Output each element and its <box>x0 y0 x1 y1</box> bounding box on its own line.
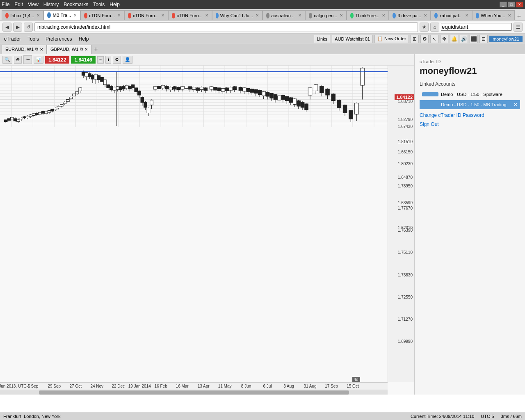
browser-tab-7[interactable]: calgo pen... ✕ <box>305 10 347 20</box>
menu-history[interactable]: History <box>43 2 59 7</box>
app-menu-tools[interactable]: Tools <box>26 35 41 43</box>
chart-tab-gbpaud-close[interactable]: ✕ <box>84 47 88 52</box>
tab-close-2[interactable]: ✕ <box>117 13 121 18</box>
links-button[interactable]: Links <box>314 35 330 43</box>
chart-tab-euraud[interactable]: EURAUD, W1 ⧉ ✕ <box>2 45 47 54</box>
tab-close-8[interactable]: ✕ <box>382 13 385 18</box>
browser-tab-10[interactable]: xabcd pat... ✕ <box>431 10 472 20</box>
scrollbar-thumb[interactable] <box>39 390 349 395</box>
chart-wave-button[interactable]: 〜 <box>23 55 32 64</box>
chart-info-button[interactable]: ℹ <box>105 56 111 64</box>
tab-close-4[interactable]: ✕ <box>205 13 208 18</box>
svg-rect-51 <box>23 117 26 118</box>
tab-close-0[interactable]: ✕ <box>37 13 40 18</box>
browser-tab-9[interactable]: 3 drive pa... ✕ <box>389 10 431 20</box>
svg-rect-207 <box>258 90 262 95</box>
tab-close-10[interactable]: ✕ <box>465 13 468 18</box>
move-icon[interactable]: ✥ <box>440 35 448 43</box>
tab-close-3[interactable]: ✕ <box>161 13 164 18</box>
cursor-icon[interactable]: ↖ <box>430 35 438 43</box>
chart-tab-gbpaud[interactable]: GBPAUD, W1 ⧉ ✕ <box>47 45 91 54</box>
menu-help[interactable]: Help <box>110 2 120 7</box>
address-bar[interactable] <box>34 22 418 32</box>
time-label-0: 16 Jun 2013, UTC-5 <box>0 384 30 388</box>
bookmark-button[interactable]: ★ <box>420 23 429 32</box>
watchlist-button[interactable]: AUD Watchlist 01 <box>332 35 373 43</box>
svg-rect-95 <box>91 75 94 80</box>
layout-button[interactable]: ⊞ <box>411 35 419 43</box>
back-button[interactable]: ◀ <box>2 23 11 32</box>
menu-file[interactable]: File <box>2 2 9 7</box>
refresh-button[interactable]: ↺ <box>24 23 33 32</box>
alert-icon[interactable]: 🔔 <box>450 35 458 43</box>
chart-tab-euraud-float[interactable]: ⧉ <box>35 47 38 52</box>
svg-rect-221 <box>285 96 289 101</box>
chart-candle-button[interactable]: 📊 <box>34 56 43 64</box>
time-label-5: 22 Dec <box>112 384 125 388</box>
forward-button[interactable]: ▶ <box>13 23 22 32</box>
browser-tab-3[interactable]: cTDN Foru... ✕ <box>124 10 168 20</box>
change-password-link[interactable]: Change cTrader ID Password <box>420 112 520 118</box>
new-order-button[interactable]: 📋 New Order <box>374 35 409 43</box>
tab-close-7[interactable]: ✕ <box>340 13 343 18</box>
menu-bookmarks[interactable]: Bookmarks <box>64 2 88 7</box>
svg-rect-65 <box>45 112 48 114</box>
menu-edit[interactable]: Edit <box>14 2 23 7</box>
tab-close-6[interactable]: ✕ <box>298 13 301 18</box>
chart-tab-gbpaud-float[interactable]: ⧉ <box>80 47 83 52</box>
candlestick-chart[interactable] <box>0 66 388 127</box>
app-menu-ctrader[interactable]: cTrader <box>2 35 23 43</box>
user-badge-button[interactable]: moneyflow21 <box>489 36 523 42</box>
minimize-button[interactable]: _ <box>500 2 507 7</box>
chart-zoom-button[interactable]: 🔍 <box>2 56 12 64</box>
browser-tab-11[interactable]: When You... ✕ <box>472 10 515 20</box>
chart-person-button[interactable]: 👤 <box>123 56 132 64</box>
tab-close-11[interactable]: ✕ <box>508 13 511 18</box>
tab-label-0: Inbox (1,4... <box>10 13 34 18</box>
tab-label-4: cTDN Foru... <box>177 13 203 18</box>
browser-tab-5[interactable]: Why Can't I Ju... ✕ <box>212 10 262 20</box>
menu-icon-button[interactable]: ☰ <box>514 23 523 32</box>
app-menu-preferences[interactable]: Preferences <box>44 35 74 43</box>
svg-rect-99 <box>97 75 100 80</box>
menu-tools[interactable]: Tools <box>93 2 105 7</box>
tab-close-1[interactable]: ✕ <box>73 13 77 18</box>
chart-list-button[interactable]: ≡ <box>97 56 104 64</box>
settings-icon[interactable]: ⚙ <box>420 35 429 43</box>
tab-close-9[interactable]: ✕ <box>424 13 427 18</box>
close-button[interactable]: ✕ <box>516 2 523 7</box>
menu-view[interactable]: View <box>28 2 39 7</box>
account-label-spotware: Demo - USD - 1:50 - Spotware <box>441 92 502 97</box>
horizontal-scrollbar[interactable] <box>0 390 388 395</box>
account-close-icon[interactable]: ✕ <box>514 102 518 107</box>
browser-tab-1[interactable]: MB Tra... ✕ <box>43 10 80 20</box>
browser-tab-8[interactable]: ThinkFore... ✕ <box>347 10 389 20</box>
chart-settings-button[interactable]: ⚙ <box>113 56 121 64</box>
chart-tab-euraud-close[interactable]: ✕ <box>40 47 43 52</box>
speaker-icon[interactable]: 🔊 <box>460 35 468 43</box>
search-bar[interactable] <box>441 23 512 31</box>
chart-crosshair-button[interactable]: ⊕ <box>14 56 22 64</box>
account-spotware[interactable]: Demo - USD - 1:50 - Spotware <box>420 90 520 98</box>
svg-rect-77 <box>63 102 66 104</box>
app-menu-help[interactable]: Help <box>77 35 91 43</box>
new-tab-button[interactable]: + <box>515 13 523 20</box>
menu-bar[interactable]: File Edit View History Bookmarks Tools H… <box>2 2 120 7</box>
tab-close-5[interactable]: ✕ <box>256 13 259 18</box>
svg-rect-213 <box>270 94 274 98</box>
account-mbtrading[interactable]: Demo - USD - 1:50 - MB Trading ✕ <box>420 100 520 109</box>
price-label-high6: 1.62310 <box>398 226 413 230</box>
add-chart-button[interactable]: + <box>91 46 100 53</box>
browser-tab-0[interactable]: Inbox (1,4... ✕ <box>2 10 43 20</box>
sign-out-link[interactable]: Sign Out <box>420 121 520 127</box>
monitor-icon[interactable]: ⬛ <box>470 35 478 43</box>
time-label-15: 17 Sep <box>325 384 338 388</box>
browser-tab-2[interactable]: cTDN Foru... ✕ <box>80 10 124 20</box>
svg-rect-117 <box>125 85 128 88</box>
grid-icon[interactable]: ⊟ <box>479 35 488 43</box>
home-button[interactable]: ⌂ <box>430 23 439 32</box>
maximize-button[interactable]: □ <box>508 2 515 7</box>
browser-tab-4[interactable]: cTDN Foru... ✕ <box>168 10 212 20</box>
svg-rect-129 <box>144 102 147 108</box>
browser-tab-6[interactable]: australian ... ✕ <box>262 10 305 20</box>
